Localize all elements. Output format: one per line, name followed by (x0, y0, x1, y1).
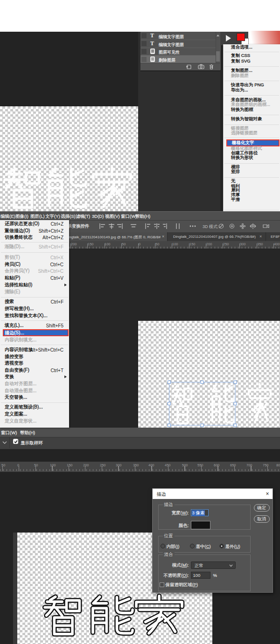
svg-text:3D 模式:: 3D 模式: (203, 224, 219, 229)
